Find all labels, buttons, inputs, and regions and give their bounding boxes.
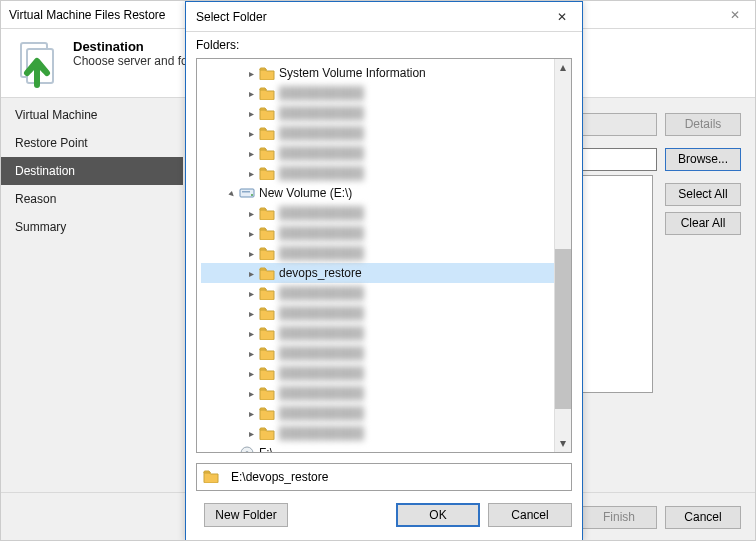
tree-row[interactable]: ██████████ bbox=[201, 103, 571, 123]
tree-label: ██████████ bbox=[279, 326, 364, 340]
tree-row[interactable]: ██████████ bbox=[201, 423, 571, 443]
chevron-right-icon[interactable] bbox=[243, 345, 259, 361]
tree-row[interactable]: ██████████ bbox=[201, 303, 571, 323]
wizard-close-icon[interactable]: ✕ bbox=[712, 1, 756, 29]
chevron-right-icon[interactable] bbox=[243, 305, 259, 321]
clear-all-button[interactable]: Clear All bbox=[665, 212, 741, 235]
scroll-down-icon[interactable]: ▾ bbox=[555, 435, 571, 452]
chevron-right-icon[interactable] bbox=[243, 225, 259, 241]
tree-row[interactable]: F:\ bbox=[201, 443, 571, 453]
chevron-right-icon[interactable] bbox=[243, 285, 259, 301]
chevron-right-icon[interactable] bbox=[243, 105, 259, 121]
tree-label: New Volume (E:\) bbox=[259, 186, 352, 200]
tree-row[interactable]: ██████████ bbox=[201, 83, 571, 103]
folder-icon bbox=[259, 386, 275, 400]
sidebar-item[interactable]: Destination bbox=[1, 157, 183, 185]
chevron-right-icon[interactable] bbox=[243, 85, 259, 101]
scroll-thumb[interactable] bbox=[555, 249, 571, 409]
cancel-button[interactable]: Cancel bbox=[665, 506, 741, 529]
drive-icon bbox=[239, 186, 255, 200]
tree-row[interactable]: ██████████ bbox=[201, 143, 571, 163]
tree-row[interactable]: New Volume (E:\) bbox=[201, 183, 571, 203]
folder-icon bbox=[203, 469, 221, 485]
chevron-right-icon[interactable] bbox=[223, 445, 239, 453]
sidebar-item[interactable]: Summary bbox=[1, 213, 183, 241]
tree-row[interactable]: System Volume Information bbox=[201, 63, 571, 83]
tree-row[interactable]: ██████████ bbox=[201, 283, 571, 303]
chevron-right-icon[interactable] bbox=[243, 125, 259, 141]
folder-icon bbox=[259, 306, 275, 320]
tree-row[interactable]: ██████████ bbox=[201, 383, 571, 403]
wizard-sidebar: Virtual MachineRestore PointDestinationR… bbox=[1, 101, 183, 492]
svg-point-4 bbox=[251, 194, 253, 196]
folder-icon bbox=[259, 226, 275, 240]
folder-icon bbox=[259, 146, 275, 160]
chevron-right-icon[interactable] bbox=[243, 325, 259, 341]
folder-icon bbox=[259, 366, 275, 380]
select-all-button[interactable]: Select All bbox=[665, 183, 741, 206]
tree-row[interactable]: ██████████ bbox=[201, 243, 571, 263]
folder-icon bbox=[259, 166, 275, 180]
folder-icon bbox=[259, 66, 275, 80]
selected-path-text: E:\devops_restore bbox=[231, 470, 328, 484]
selected-path-field[interactable]: E:\devops_restore bbox=[196, 463, 572, 491]
chevron-right-icon[interactable] bbox=[243, 365, 259, 381]
dialog-cancel-button[interactable]: Cancel bbox=[488, 503, 572, 527]
chevron-right-icon[interactable] bbox=[243, 385, 259, 401]
tree-row[interactable]: ██████████ bbox=[201, 403, 571, 423]
scroll-up-icon[interactable]: ▴ bbox=[555, 59, 571, 76]
tree-label: ██████████ bbox=[279, 86, 364, 100]
restore-icon bbox=[15, 39, 65, 89]
browse-button[interactable]: Browse... bbox=[665, 148, 741, 171]
chevron-right-icon[interactable] bbox=[243, 425, 259, 441]
sidebar-item[interactable]: Virtual Machine bbox=[1, 101, 183, 129]
folder-icon bbox=[259, 206, 275, 220]
tree-row[interactable]: ██████████ bbox=[201, 323, 571, 343]
tree-label: ██████████ bbox=[279, 366, 364, 380]
finish-button: Finish bbox=[581, 506, 657, 529]
tree-row[interactable]: ██████████ bbox=[201, 163, 571, 183]
details-button: Details bbox=[665, 113, 741, 136]
select-folder-dialog: Select Folder ✕ Folders: System Volume I… bbox=[185, 1, 583, 541]
svg-rect-3 bbox=[242, 191, 250, 193]
folder-icon bbox=[259, 326, 275, 340]
tree-row[interactable]: ██████████ bbox=[201, 223, 571, 243]
chevron-down-icon[interactable] bbox=[223, 185, 239, 201]
tree-label: ██████████ bbox=[279, 106, 364, 120]
dialog-footer: New Folder OK Cancel bbox=[196, 501, 572, 529]
folder-icon bbox=[259, 86, 275, 100]
tree-label: ██████████ bbox=[279, 346, 364, 360]
folder-icon bbox=[259, 266, 275, 280]
sidebar-item[interactable]: Reason bbox=[1, 185, 183, 213]
tree-label: ██████████ bbox=[279, 406, 364, 420]
chevron-right-icon[interactable] bbox=[243, 145, 259, 161]
tree-label: devops_restore bbox=[279, 266, 362, 280]
tree-row[interactable]: ██████████ bbox=[201, 343, 571, 363]
tree-label: ██████████ bbox=[279, 306, 364, 320]
tree-row[interactable]: ██████████ bbox=[201, 203, 571, 223]
tree-row[interactable]: ██████████ bbox=[201, 363, 571, 383]
dialog-close-icon[interactable]: ✕ bbox=[542, 2, 582, 32]
folder-tree[interactable]: System Volume Information███████████████… bbox=[196, 58, 572, 453]
svg-point-5 bbox=[241, 447, 253, 453]
chevron-right-icon[interactable] bbox=[243, 265, 259, 281]
tree-label: ██████████ bbox=[279, 426, 364, 440]
tree-label: ██████████ bbox=[279, 126, 364, 140]
chevron-right-icon[interactable] bbox=[243, 205, 259, 221]
chevron-right-icon[interactable] bbox=[243, 65, 259, 81]
tree-label: F:\ bbox=[259, 446, 273, 453]
chevron-right-icon[interactable] bbox=[243, 245, 259, 261]
tree-row[interactable]: ██████████ bbox=[201, 123, 571, 143]
chevron-right-icon[interactable] bbox=[243, 405, 259, 421]
folder-icon bbox=[259, 106, 275, 120]
new-folder-button[interactable]: New Folder bbox=[204, 503, 288, 527]
tree-label: ██████████ bbox=[279, 246, 364, 260]
svg-point-6 bbox=[246, 452, 249, 454]
tree-scrollbar[interactable]: ▴ ▾ bbox=[554, 59, 571, 452]
folder-icon bbox=[259, 426, 275, 440]
tree-label: ██████████ bbox=[279, 386, 364, 400]
sidebar-item[interactable]: Restore Point bbox=[1, 129, 183, 157]
ok-button[interactable]: OK bbox=[396, 503, 480, 527]
tree-row[interactable]: devops_restore bbox=[201, 263, 571, 283]
chevron-right-icon[interactable] bbox=[243, 165, 259, 181]
